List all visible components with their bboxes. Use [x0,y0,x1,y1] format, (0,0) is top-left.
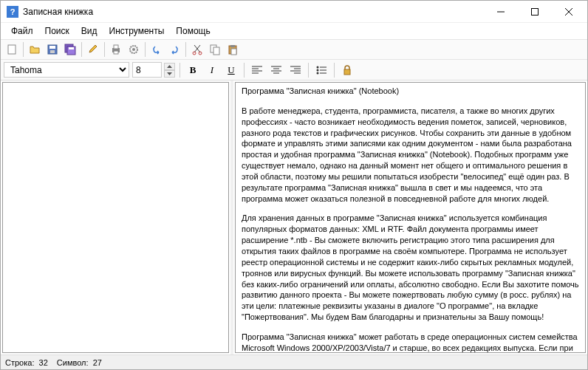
splitter[interactable] [230,80,233,354]
maximize-button[interactable] [518,1,552,23]
content-p1: Программа "Записная книжка" (Notebook) [242,86,579,97]
bullets-button[interactable] [313,62,329,78]
menubar: Файл Поиск Вид Инструменты Помощь [1,23,587,39]
svg-rect-12 [114,45,118,49]
underline-button[interactable]: U [223,62,239,78]
svg-rect-1 [532,8,539,15]
edit-button[interactable] [85,41,101,58]
font-select[interactable]: Tahoma [4,62,129,78]
window-title: Записная книжка [23,7,484,17]
svg-rect-10 [69,47,74,49]
separator [145,42,146,57]
content-p3: Для хранения данных в программе "Записна… [242,213,579,322]
open-button[interactable] [27,41,43,58]
separator [185,42,186,57]
redo-button[interactable] [166,41,182,58]
format-toolbar: Tahoma B I U [1,60,587,80]
spin-down-icon[interactable] [164,70,175,78]
italic-button[interactable]: I [204,62,220,78]
align-left-button[interactable] [249,62,265,78]
separator [180,63,180,78]
lock-button[interactable] [339,62,355,78]
statusbar: Строка: 32 Символ: 27 [1,354,587,369]
svg-rect-13 [114,51,118,54]
svg-rect-21 [230,45,235,47]
svg-point-15 [132,48,135,51]
undo-button[interactable] [148,41,165,58]
align-right-button[interactable] [287,62,304,78]
new-button[interactable] [4,41,20,58]
svg-rect-4 [8,45,16,54]
status-char: Символ: 27 [57,358,102,367]
main-area: Программа "Записная книжка" (Notebook) В… [1,80,587,354]
saveall-button[interactable] [62,41,78,58]
align-center-button[interactable] [268,62,284,78]
font-size-input[interactable] [132,62,162,78]
menu-file[interactable]: Файл [5,24,39,38]
separator [23,42,24,57]
menu-view[interactable]: Вид [75,24,103,38]
content-p2: В работе менеджера, студента, программис… [242,106,579,205]
separator [104,42,105,57]
svg-point-37 [317,69,319,71]
content-p4: Программа "Записная книжка" может работа… [242,332,579,353]
separator [244,63,245,78]
titlebar: ? Записная книжка [1,1,587,23]
separator [334,63,335,78]
settings-button[interactable] [126,41,142,58]
size-spinner[interactable] [164,63,175,78]
print-button[interactable] [108,41,124,58]
spin-up-icon[interactable] [164,63,175,70]
tree-pane[interactable] [2,82,229,353]
app-icon: ? [7,6,18,18]
svg-rect-6 [49,46,55,49]
menu-search[interactable]: Поиск [39,24,75,38]
save-button[interactable] [44,41,61,58]
status-line: Строка: 32 [5,358,48,367]
svg-rect-7 [50,50,55,53]
svg-point-39 [317,72,319,74]
editor-pane[interactable]: Программа "Записная книжка" (Notebook) В… [235,82,586,353]
svg-rect-19 [213,47,219,55]
paste-button[interactable] [225,41,241,58]
separator [81,42,82,57]
svg-rect-22 [231,49,236,55]
main-toolbar [1,39,587,60]
svg-point-35 [317,66,319,68]
copy-button[interactable] [207,41,223,58]
bold-button[interactable]: B [185,62,201,78]
svg-rect-41 [344,69,350,75]
separator [308,63,309,78]
menu-tools[interactable]: Инструменты [103,24,171,38]
menu-help[interactable]: Помощь [170,24,216,38]
cut-button[interactable] [189,41,205,58]
close-button[interactable] [552,1,586,23]
minimize-button[interactable] [484,1,518,23]
